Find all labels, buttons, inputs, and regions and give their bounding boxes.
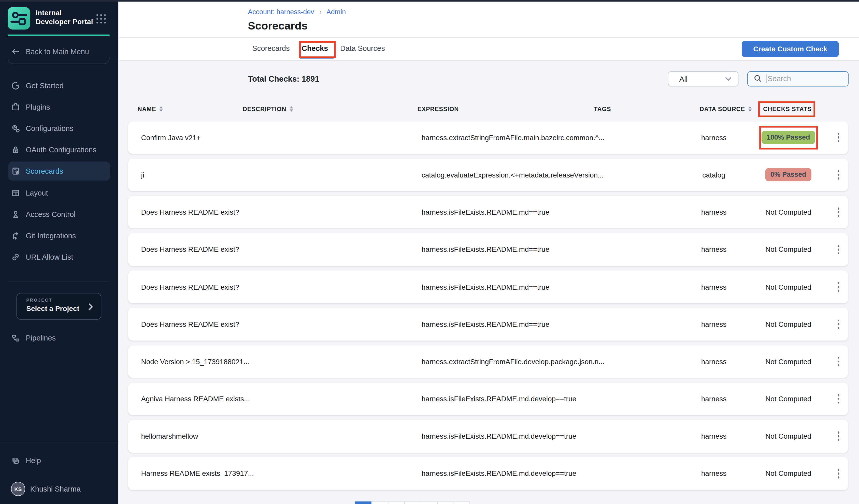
sidebar-item-layout[interactable]: Layout xyxy=(0,182,118,203)
table-row: Agniva Harness README exists... harness.… xyxy=(128,383,848,415)
column-header-description[interactable]: DESCRIPTION xyxy=(243,104,293,114)
chevron-down-icon xyxy=(725,77,732,81)
cell-name: Harness README exists_173917... xyxy=(141,457,338,490)
sort-icon[interactable] xyxy=(748,106,752,112)
sidebar-item-pipelines[interactable]: Pipelines xyxy=(0,327,118,349)
avatar: KS xyxy=(11,482,25,496)
cell-name: Does Harness README exist? xyxy=(141,233,338,266)
row-menu-kebab-icon[interactable] xyxy=(833,308,843,340)
active-tab-underline xyxy=(300,57,333,59)
configurations-icon xyxy=(11,124,20,133)
cell-checks-stats-not-computed: Not Computed xyxy=(758,383,818,415)
header-divider xyxy=(119,37,859,37)
page-button[interactable] xyxy=(404,502,421,504)
table-row: hellomarshmellow harness.isFileExists.RE… xyxy=(128,420,848,453)
table-row: Does Harness README exist? harness.isFil… xyxy=(128,196,848,229)
cell-expression: harness.isFileExists.README.md==true xyxy=(422,196,663,229)
back-to-main-menu[interactable]: Back to Main Menu xyxy=(11,46,110,57)
cell-name: Node Version > 15_1739188021... xyxy=(141,345,338,378)
cell-checks-stats-not-computed: Not Computed xyxy=(758,233,818,266)
sidebar-divider-bottom xyxy=(0,441,118,442)
get-started-icon xyxy=(11,81,20,91)
breadcrumb: Account: harness-dev › Admin xyxy=(248,8,346,16)
row-menu-kebab-icon[interactable] xyxy=(833,420,843,453)
cell-data-source: catalog xyxy=(687,159,741,191)
search-input[interactable] xyxy=(768,75,839,83)
table-row: Does Harness README exist? harness.isFil… xyxy=(128,233,848,266)
cell-expression: catalog.evaluateExpression.<+metadata.re… xyxy=(422,159,663,191)
cell-data-source: harness xyxy=(687,233,741,266)
project-selector[interactable]: PROJECT Select a Project xyxy=(17,293,102,320)
row-menu-kebab-icon[interactable] xyxy=(833,383,843,415)
pagination-bar xyxy=(355,502,470,504)
cell-checks-stats-not-computed: Not Computed xyxy=(758,308,818,340)
harness-idp-logo-icon xyxy=(7,7,30,30)
cell-data-source: harness xyxy=(687,383,741,415)
sidebar-item-url-allow-list[interactable]: URL Allow List xyxy=(0,246,118,268)
sort-icon[interactable] xyxy=(160,106,163,112)
tab-data-sources[interactable]: Data Sources xyxy=(340,41,385,56)
tab-scorecards[interactable]: Scorecards xyxy=(252,41,289,56)
cell-data-source: harness xyxy=(687,345,741,378)
row-menu-kebab-icon[interactable] xyxy=(833,196,843,229)
sidebar-item-configurations[interactable]: Configurations xyxy=(0,118,118,139)
page-button[interactable] xyxy=(421,502,437,504)
row-menu-kebab-icon[interactable] xyxy=(833,457,843,490)
cell-expression: harness.isFileExists.README.md==true xyxy=(422,233,663,266)
row-menu-kebab-icon[interactable] xyxy=(833,233,843,266)
plugins-icon xyxy=(11,103,20,112)
cell-data-source: harness xyxy=(687,420,741,453)
oauth-icon xyxy=(11,145,20,155)
cell-data-source: harness xyxy=(687,271,741,303)
row-menu-kebab-icon[interactable] xyxy=(833,345,843,378)
sidebar: Internal Developer Portal Back to Main M… xyxy=(0,0,118,504)
sidebar-item-git-integrations[interactable]: Git Integrations xyxy=(0,225,118,246)
sidebar-item-plugins[interactable]: Plugins xyxy=(0,96,118,118)
sidebar-nav-help: ? Help xyxy=(0,450,118,471)
tab-checks[interactable]: Checks xyxy=(302,41,328,56)
filter-dropdown[interactable]: All xyxy=(668,71,739,87)
column-header-data-source[interactable]: DATA SOURCE xyxy=(699,104,752,114)
sidebar-item-get-started[interactable]: Get Started xyxy=(0,75,118,96)
apps-grid-icon[interactable] xyxy=(96,14,106,24)
sidebar-divider-mid xyxy=(8,281,109,281)
column-header-tags: TAGS xyxy=(594,104,611,114)
brand-underline xyxy=(7,34,109,36)
cell-checks-stats-not-computed: Not Computed xyxy=(758,420,818,453)
row-menu-kebab-icon[interactable] xyxy=(833,271,843,303)
create-custom-check-button[interactable]: Create Custom Check xyxy=(742,41,839,57)
cell-expression: harness.extractStringFromAFile.main.baze… xyxy=(422,121,663,154)
chevron-right-icon xyxy=(87,303,94,311)
row-menu-kebab-icon[interactable] xyxy=(833,159,843,191)
user-menu[interactable]: KS Khushi Sharma xyxy=(11,482,115,497)
stats-badge-red: 0% Passed xyxy=(766,168,811,182)
sidebar-item-access-control[interactable]: Access Control xyxy=(0,203,118,225)
sidebar-item-oauth-configurations[interactable]: OAuth Configurations xyxy=(0,139,118,161)
table-row: Confirm Java v21+ harness.extractStringF… xyxy=(128,121,848,154)
cell-checks-stats-not-computed: Not Computed xyxy=(758,196,818,229)
cell-name: Does Harness README exist? xyxy=(141,196,338,229)
column-header-name[interactable]: NAME xyxy=(137,104,163,114)
svg-text:?: ? xyxy=(14,458,16,462)
page-button[interactable] xyxy=(388,502,404,504)
sidebar-item-help[interactable]: ? Help xyxy=(0,450,118,471)
cell-name: Does Harness README exist? xyxy=(141,308,338,340)
breadcrumb-separator: › xyxy=(319,8,322,16)
cell-name: ji xyxy=(141,159,338,191)
page-button[interactable] xyxy=(437,502,454,504)
cell-name: Does Harness README exist? xyxy=(141,271,338,303)
stats-badge-green: 100% Passed xyxy=(762,131,815,144)
arrow-left-icon xyxy=(11,47,19,56)
page-button-active[interactable] xyxy=(355,502,372,504)
cell-checks-stats-not-computed: Not Computed xyxy=(758,345,818,378)
cell-expression: harness.isFileExists.README.md.develop==… xyxy=(422,457,663,490)
breadcrumb-admin-link[interactable]: Admin xyxy=(327,8,346,16)
sidebar-item-scorecards[interactable]: Scorecards xyxy=(0,161,118,182)
table-header: NAMEDESCRIPTIONEXPRESSIONTAGSDATA SOURCE… xyxy=(119,104,859,114)
sidebar-divider-top xyxy=(7,57,109,64)
sort-icon[interactable] xyxy=(289,106,293,112)
page-button[interactable] xyxy=(372,502,388,504)
breadcrumb-account-link[interactable]: Account: harness-dev xyxy=(248,8,314,16)
page-button[interactable] xyxy=(454,502,470,504)
row-menu-kebab-icon[interactable] xyxy=(833,121,843,154)
